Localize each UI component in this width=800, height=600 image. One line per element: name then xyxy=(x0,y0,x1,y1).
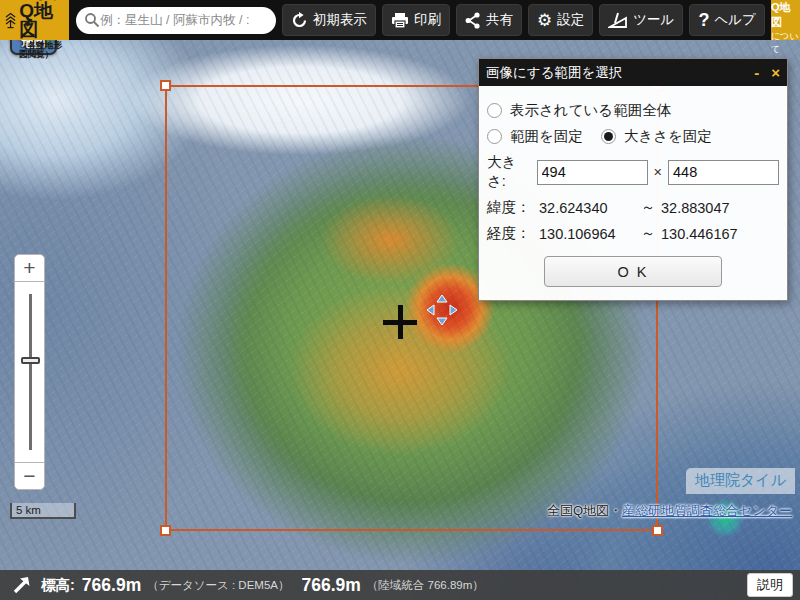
map-scale-bar: 5 km xyxy=(10,503,76,519)
width-input[interactable] xyxy=(537,160,648,185)
explain-button[interactable]: 説明 xyxy=(747,573,793,597)
dialog-minimize-icon[interactable]: - xyxy=(754,65,759,80)
printer-icon xyxy=(391,12,409,29)
longitude-tilde: ～ xyxy=(641,224,661,243)
app-logo[interactable]: 全国Q地図 （各種地形図閲覧） xyxy=(0,0,69,40)
tools-button[interactable]: ツール xyxy=(599,4,683,36)
longitude-label: 経度： xyxy=(487,224,539,243)
about-line1: 全国Q地図 xyxy=(771,0,800,30)
search-box[interactable] xyxy=(76,7,276,34)
move-arrows-icon[interactable] xyxy=(426,294,458,330)
gear-icon: ⚙ xyxy=(537,12,552,29)
dialog-body: 表示されている範囲全体 範囲を固定 大きさを固定 大きさ: × 緯度： 32.6… xyxy=(479,86,787,300)
attribution-prefix: 全国Q地図・ xyxy=(547,503,622,518)
dialog-titlebar[interactable]: 画像にする範囲を選択 - × xyxy=(479,59,787,86)
latitude-to: 32.883047 xyxy=(661,200,730,216)
longitude-to: 130.446167 xyxy=(661,226,738,242)
map-attribution: 全国Q地図・産総研地質調査総合センター xyxy=(547,502,792,520)
settings-label: 設定 xyxy=(557,11,584,29)
radio-full-visible-range[interactable] xyxy=(487,103,502,118)
longitude-from: 130.106964 xyxy=(539,226,641,242)
map-scale-label: 5 km xyxy=(12,503,74,517)
size-label: 大きさ: xyxy=(487,153,533,191)
dialog-close-icon[interactable]: × xyxy=(771,65,780,80)
latitude-tilde: ～ xyxy=(641,198,661,217)
zoom-slider-handle[interactable] xyxy=(21,357,40,364)
elevation-value-2: 766.9m xyxy=(302,575,361,596)
gsi-tiles-link[interactable]: 地理院タイル xyxy=(686,468,795,494)
tools-icon xyxy=(608,12,628,29)
map-center-crosshair-icon xyxy=(383,305,417,339)
selection-handle-bottom-left[interactable] xyxy=(160,525,171,536)
help-label: ヘルプ xyxy=(714,11,755,29)
search-input[interactable] xyxy=(100,13,268,27)
share-button[interactable]: 共有 xyxy=(456,4,522,36)
elevation-label: 標高: xyxy=(41,576,75,595)
help-button[interactable]: ? ヘルプ xyxy=(689,4,764,36)
radio-fix-range[interactable] xyxy=(487,129,502,144)
settings-button[interactable]: ⚙ 設定 xyxy=(528,4,593,36)
reset-view-button[interactable]: 初期表示 xyxy=(282,4,376,36)
zoom-slider[interactable] xyxy=(14,282,45,462)
print-button[interactable]: 印刷 xyxy=(382,4,450,36)
about-qchizu-button[interactable]: 全国Q地図 について xyxy=(771,0,800,40)
radio-fix-size[interactable] xyxy=(601,129,616,144)
zoom-out-button[interactable]: − xyxy=(14,462,45,490)
elevation-arrow-icon xyxy=(12,576,31,595)
ok-button[interactable]: O K xyxy=(544,256,722,287)
export-range-dialog: 画像にする範囲を選択 - × 表示されている範囲全体 範囲を固定 大きさを固定 … xyxy=(478,58,788,301)
app-window: 地図 + − 5 km 地理院タイル 全国Q地図・産総研地質調査総合センター xyxy=(0,0,800,600)
height-input[interactable] xyxy=(668,160,779,185)
latitude-label: 緯度： xyxy=(487,198,539,217)
tree-logo-icon xyxy=(4,4,17,36)
latitude-from: 32.624340 xyxy=(539,200,641,216)
share-label: 共有 xyxy=(486,11,513,29)
question-icon: ? xyxy=(698,11,709,29)
reset-view-label: 初期表示 xyxy=(313,11,367,29)
elevation-land-note: （陸域統合 766.89m） xyxy=(367,578,484,593)
elevation-value: 766.9m xyxy=(82,575,141,596)
share-icon xyxy=(465,12,481,29)
top-toolbar: 全国Q地図 （各種地形図閲覧） 初期表示 xyxy=(0,0,800,40)
selection-handle-top-left[interactable] xyxy=(160,80,171,91)
radio-fix-size-label: 大きさを固定 xyxy=(624,127,712,146)
zoom-slider-track xyxy=(29,294,32,450)
app-subtitle: （各種地形図閲覧） xyxy=(19,41,65,58)
size-separator: × xyxy=(654,164,662,180)
print-label: 印刷 xyxy=(414,11,441,29)
zoom-in-button[interactable]: + xyxy=(14,254,45,282)
selection-handle-bottom-right[interactable] xyxy=(652,525,663,536)
zoom-control: + − xyxy=(14,254,45,490)
refresh-icon xyxy=(291,12,308,29)
app-title: 全国Q地図 xyxy=(19,0,65,39)
attribution-link[interactable]: 産総研地質調査総合センター xyxy=(622,503,792,518)
about-line2: について xyxy=(771,30,800,56)
status-bar: 標高: 766.9m （データソース : DEM5A） 766.9m （陸域統合… xyxy=(0,570,800,600)
dialog-title: 画像にする範囲を選択 xyxy=(486,64,742,82)
tools-label: ツール xyxy=(633,11,674,29)
radio-full-visible-range-label: 表示されている範囲全体 xyxy=(510,101,671,120)
search-icon xyxy=(84,12,100,28)
radio-fix-range-label: 範囲を固定 xyxy=(510,127,583,146)
elevation-source-note: （データソース : DEM5A） xyxy=(147,578,289,593)
